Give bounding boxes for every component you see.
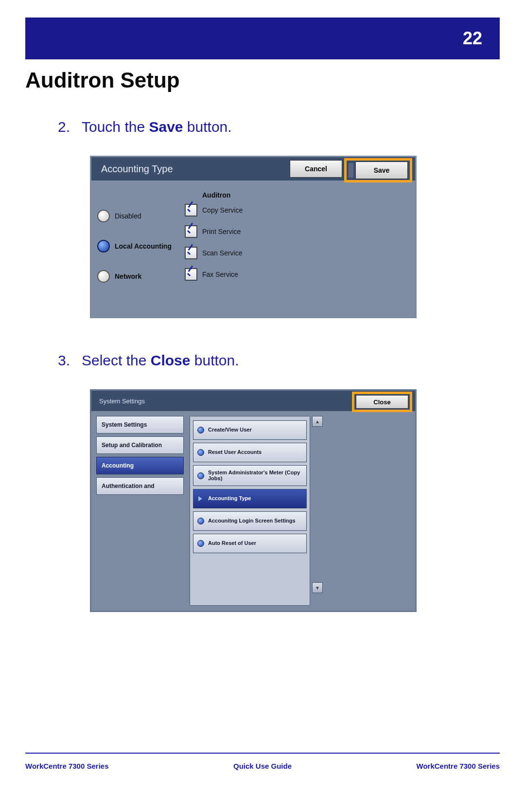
radio-local-accounting[interactable]: Local Accounting [97,235,185,257]
bullet-icon [197,518,204,524]
close-highlight: Close [352,392,412,412]
radio-icon [97,270,110,283]
item-accounting-login-screen[interactable]: Accounitng Login Screen Settings [193,511,307,531]
check-fax-service[interactable]: Fax Service [185,268,287,281]
auditron-header: Auditron [185,188,287,204]
save-button[interactable]: Save [355,162,408,179]
bullet-icon [197,472,204,479]
dialog-titlebar: Accounting Type Cancel Save [91,157,415,180]
scroll-down-button[interactable]: ▼ [312,582,323,593]
page-title: Auditron Setup [25,68,500,92]
footer-left: WorkCentre 7300 Series [25,762,108,770]
item-label: Create/View User [208,427,252,433]
arrow-icon [198,496,202,501]
item-system-admin-meter[interactable]: System Administrator's Meter (Copy Jobs) [193,465,307,486]
check-icon [185,268,197,281]
dialog-title: Accounting Type [101,163,173,175]
check-icon [185,225,197,238]
item-label: Accounting Type [208,496,251,502]
step-3: 3. Select the Close button. [49,352,476,369]
step-3-post: button. [190,352,239,368]
check-icon [185,204,197,217]
item-auto-reset-user[interactable]: Auto Reset of User [193,534,307,553]
check-fax-label: Fax Service [202,271,238,278]
bullet-icon [197,449,204,456]
screenshot-system-settings: System Settings Close System Settings Se… [90,389,417,612]
save-highlight: Save [344,158,412,182]
check-print-label: Print Service [202,228,241,235]
radio-network[interactable]: Network [97,265,185,288]
tab-authentication[interactable]: Authentication and [96,477,184,495]
header-band: 22 [25,18,500,59]
save-separator [349,163,353,178]
step-3-bold: Close [151,352,191,368]
check-copy-service[interactable]: Copy Service [185,204,287,217]
item-create-view-user[interactable]: Create/View User [193,420,307,440]
step-2: 2. Touch the Save button. [49,119,476,135]
footer: WorkCentre 7300 Series Quick Use Guide W… [25,762,500,770]
tab-setup-calibration[interactable]: Setup and Calibration [96,436,184,454]
radio-icon [97,210,110,222]
check-scan-label: Scan Service [202,249,242,257]
item-label: Reset User Accounts [208,450,262,455]
bullet-icon [197,427,204,433]
step-2-post: button. [183,119,232,135]
dialog-title: System Settings [99,397,145,405]
tab-system-settings[interactable]: System Settings [96,416,184,433]
item-accounting-type[interactable]: Accounting Type [193,489,307,508]
footer-divider [25,753,500,754]
close-button[interactable]: Close [356,395,408,409]
item-label: System Administrator's Meter (Copy Jobs) [208,470,302,481]
check-copy-label: Copy Service [202,206,243,214]
dialog-titlebar: System Settings Close [91,391,415,411]
radio-disabled[interactable]: Disabled [97,205,185,227]
check-print-service[interactable]: Print Service [185,225,287,238]
tab-accounting[interactable]: Accounting [96,457,184,474]
footer-mid: Quick Use Guide [233,762,292,770]
step-2-number: 2. [49,119,70,135]
scroll-up-button[interactable]: ▲ [312,416,323,427]
step-3-number: 3. [49,352,70,369]
item-label: Auto Reset of User [208,541,256,546]
item-label: Accounitng Login Screen Settings [208,518,296,524]
cancel-button[interactable]: Cancel [290,160,342,178]
footer-right: WorkCentre 7300 Series [417,762,500,770]
page-number: 22 [463,28,482,49]
radio-network-label: Network [115,272,141,280]
radio-disabled-label: Disabled [115,212,141,220]
step-3-pre: Select the [82,352,151,368]
step-2-bold: Save [149,119,183,135]
step-2-pre: Touch the [82,119,149,135]
check-scan-service[interactable]: Scan Service [185,247,287,259]
settings-list: Create/View User Reset User Accounts Sys… [190,416,310,606]
radio-icon-selected [97,240,110,253]
radio-local-label: Local Accounting [115,242,172,250]
screenshot-accounting-type: Accounting Type Cancel Save Disabled Loc… [90,156,417,318]
check-icon [185,247,197,259]
bullet-icon [197,540,204,547]
item-reset-user-accounts[interactable]: Reset User Accounts [193,443,307,462]
